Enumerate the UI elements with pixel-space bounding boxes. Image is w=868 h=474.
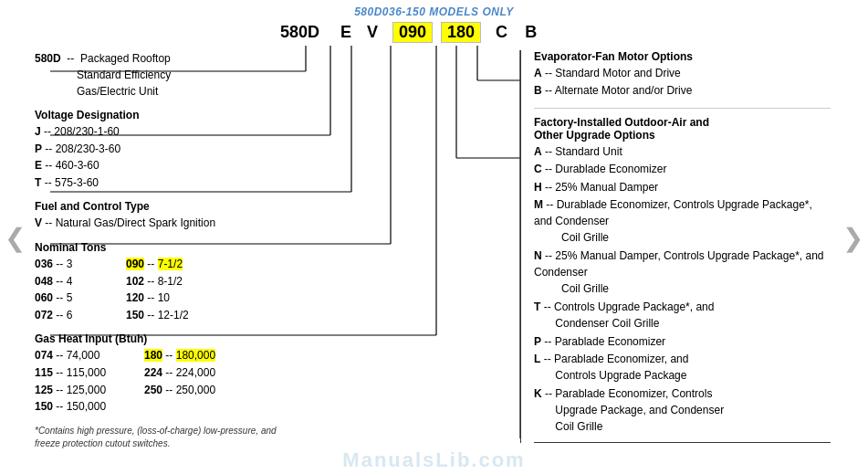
gas-col2: 180 -- 180,000 224 -- 224,000 250 -- 250… (144, 347, 263, 415)
outdoor-c: C -- Durablade Economizer (534, 161, 831, 178)
voltage-e: E -- 460-3-60 (35, 157, 318, 174)
section-gas-heat: Gas Heat Input (Btuh) 074 -- 74,000 115 … (35, 332, 318, 415)
model-seg-e: E (338, 23, 354, 42)
footnote: *Contains high pressure, (loss-of-charge… (35, 425, 299, 450)
section-fuel: Fuel and Control Type V -- Natural Gas/D… (35, 200, 318, 232)
evaporator-title: Evaporator-Fan Motor Options (534, 50, 831, 63)
section-evaporator: Evaporator-Fan Motor Options A -- Standa… (534, 50, 831, 99)
model-seg-space3 (381, 23, 392, 42)
nav-arrow-left[interactable]: ❮ (5, 222, 26, 252)
outdoor-air-title: Factory-Installed Outdoor-Air andOther U… (534, 116, 831, 142)
section-outdoor-air: Factory-Installed Outdoor-Air andOther U… (534, 116, 831, 435)
outdoor-a: A -- Standard Unit (534, 143, 831, 161)
outdoor-h: H -- 25% Manual Damper (534, 179, 831, 196)
model-seg-space2 (354, 23, 364, 42)
fuel-title: Fuel and Control Type (35, 200, 318, 213)
model-seg-c: C (493, 23, 510, 42)
section-580d-line2: Standard Efficiency (35, 67, 318, 83)
watermark: ManualsLib.com (342, 448, 525, 472)
section-580d-header: 580D -- Packaged Rooftop (35, 50, 318, 67)
model-seg-180: 180 (441, 22, 481, 43)
outdoor-n: N -- 25% Manual Damper, Controls Upgrade… (534, 248, 831, 297)
model-seg-v: V (364, 23, 381, 42)
page-title: 580D036-150 MODELS ONLY (354, 5, 514, 18)
voltage-t: T -- 575-3-60 (35, 174, 318, 192)
tons-col1: 036 -- 3 048 -- 4 060 -- 5 072 -- 6 (35, 256, 126, 323)
model-seg-580d: 580D (277, 23, 322, 42)
model-seg-b: B (522, 23, 539, 42)
fuel-v: V -- Natural Gas/Direct Spark Ignition (35, 215, 318, 232)
gas-heat-title: Gas Heat Input (Btuh) (35, 332, 318, 345)
evap-a: A -- Standard Motor and Drive (534, 65, 831, 82)
nominal-tons-title: Nominal Tons (35, 241, 318, 254)
section-580d-line3: Gas/Electric Unit (35, 83, 318, 100)
nav-arrow-right[interactable]: ❯ (842, 222, 863, 252)
tons-col2: 090 -- 7-1/2 102 -- 8-1/2 120 -- 10 150 … (126, 256, 245, 323)
outdoor-l: L -- Parablade Economizer, and Controls … (534, 351, 831, 384)
outdoor-k: K -- Parablade Economizer, Controls Upgr… (534, 385, 831, 435)
voltage-title: Voltage Designation (35, 109, 318, 121)
section-nominal-tons: Nominal Tons 036 -- 3 048 -- 4 060 -- 5 … (35, 241, 318, 323)
model-seg-space4 (433, 23, 441, 42)
voltage-j: J -- 208/230-1-60 (35, 123, 318, 141)
section-voltage: Voltage Designation J -- 208/230-1-60 P … (35, 109, 318, 191)
outdoor-m: M -- Durablade Economizer, Controls Upgr… (534, 196, 831, 246)
model-seg-space1 (322, 23, 338, 42)
model-seg-space6 (510, 23, 522, 42)
section-580d: 580D -- Packaged Rooftop Standard Effici… (35, 50, 318, 100)
model-seg-space5 (481, 23, 493, 42)
model-seg-090: 090 (392, 22, 433, 43)
gas-col1: 074 -- 74,000 115 -- 115,000 125 -- 125,… (35, 347, 144, 415)
outdoor-p: P -- Parablade Economizer (534, 333, 831, 351)
outdoor-t: T -- Controls Upgrade Package*, and Cond… (534, 299, 831, 332)
evap-b: B -- Alternate Motor and/or Drive (534, 82, 831, 100)
voltage-p: P -- 208/230-3-60 (35, 141, 318, 158)
